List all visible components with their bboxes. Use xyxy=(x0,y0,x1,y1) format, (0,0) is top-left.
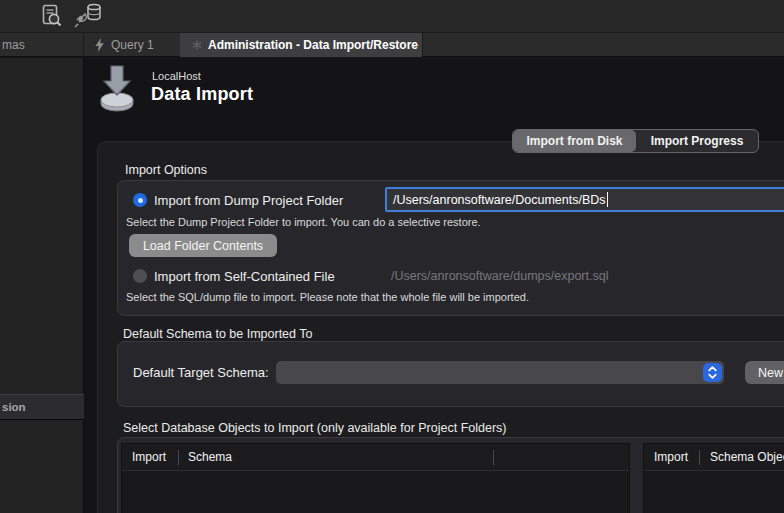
app-window: mas Query 1 Administration - Dat xyxy=(0,0,784,513)
sql-editor-icon[interactable] xyxy=(40,4,64,34)
tab-label: Query 1 xyxy=(111,38,154,52)
sidebar xyxy=(0,58,84,513)
load-folder-contents-button[interactable]: Load Folder Contents xyxy=(129,234,277,257)
self-contained-path-value[interactable]: /Users/anronsoftware/dumps/export.sql xyxy=(391,269,608,283)
text-caret xyxy=(607,192,609,207)
tab-import-from-disk[interactable]: Import from Disk xyxy=(513,130,636,152)
tab-label: Administration - Data Import/Restore xyxy=(208,38,418,52)
database-connection-icon[interactable] xyxy=(73,2,105,34)
schemas-table-header: Import Schema xyxy=(122,444,629,471)
self-contained-radio[interactable] xyxy=(133,269,147,283)
column-header-import[interactable]: Import xyxy=(654,450,688,464)
editor-tabbar: mas Query 1 Administration - Dat xyxy=(0,33,784,57)
self-contained-label: Import from Self-Contained File xyxy=(154,269,335,284)
busy-asterisk-icon xyxy=(192,40,202,50)
column-header-import[interactable]: Import xyxy=(132,450,166,464)
page-title: Data Import xyxy=(151,84,253,105)
tab-schemas-partial[interactable]: mas xyxy=(0,33,84,57)
data-import-icon xyxy=(96,64,138,116)
dump-folder-radio[interactable] xyxy=(133,193,147,207)
schema-objects-table-header: Import Schema Objects xyxy=(644,444,784,471)
new-schema-button[interactable]: New xyxy=(745,361,784,384)
default-schema-title: Default Schema to be Imported To xyxy=(123,327,312,341)
objects-section-title: Select Database Objects to Import (only … xyxy=(123,421,507,435)
radio-dot xyxy=(138,198,143,203)
dump-folder-path-value: /Users/anronsoftware/Documents/BDs xyxy=(393,193,606,207)
host-name: LocalHost xyxy=(152,70,201,82)
dump-folder-caption: Select the Dump Project Folder to import… xyxy=(126,216,481,228)
tab-administration-data-import[interactable]: Administration - Data Import/Restore xyxy=(180,33,423,57)
view-tab-control: Import from Disk Import Progress xyxy=(512,129,759,153)
lightning-icon xyxy=(94,38,105,52)
sidebar-section-header[interactable]: sion xyxy=(0,394,84,420)
column-header-schema[interactable]: Schema xyxy=(188,450,232,464)
tab-label: mas xyxy=(2,38,25,52)
column-divider xyxy=(699,450,700,465)
default-target-schema-select[interactable] xyxy=(276,361,724,384)
dropdown-stepper-icon xyxy=(703,363,722,382)
main-toolbar xyxy=(0,0,784,33)
tab-import-progress[interactable]: Import Progress xyxy=(636,130,758,152)
column-divider xyxy=(178,450,179,465)
dump-folder-label: Import from Dump Project Folder xyxy=(154,193,343,208)
schema-objects-table: Import Schema Objects xyxy=(643,443,784,513)
column-header-schema-objects[interactable]: Schema Objects xyxy=(710,450,784,464)
column-divider xyxy=(493,450,494,465)
dump-folder-path-input[interactable]: /Users/anronsoftware/Documents/BDs xyxy=(385,187,784,212)
self-contained-caption: Select the SQL/dump file to import. Plea… xyxy=(126,291,529,303)
import-options-title: Import Options xyxy=(125,163,207,177)
sidebar-section-label: sion xyxy=(2,401,26,413)
tab-query-1[interactable]: Query 1 xyxy=(85,33,180,57)
schemas-table: Import Schema xyxy=(121,443,630,513)
default-target-schema-label: Default Target Schema: xyxy=(133,365,269,380)
